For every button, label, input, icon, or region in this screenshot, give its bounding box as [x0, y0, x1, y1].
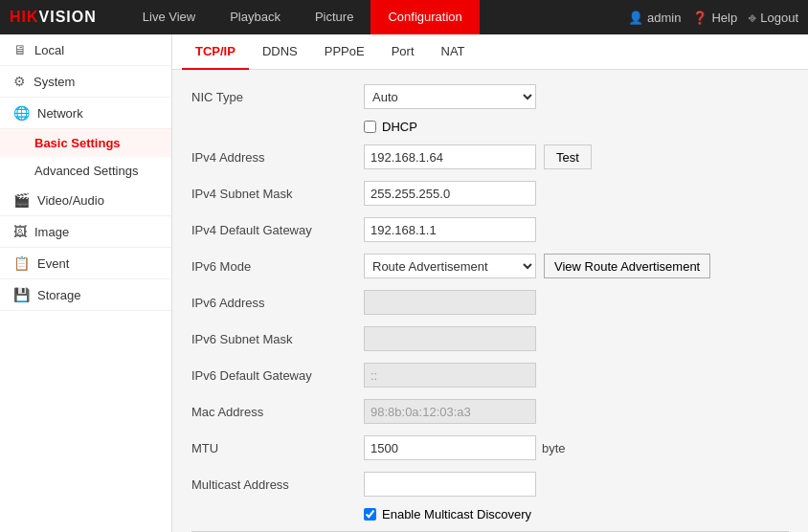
layout: 🖥 Local ⚙ System 🌐 Network Basic Setting…: [0, 34, 808, 532]
dhcp-row: DHCP: [191, 120, 789, 134]
mac-address-label: Mac Address: [191, 405, 364, 419]
nic-type-label: NIC Type: [191, 90, 364, 104]
tab-nat[interactable]: NAT: [428, 34, 479, 70]
nav-live-view[interactable]: Live View: [125, 0, 213, 34]
ipv6-subnet-row: IPv6 Subnet Mask: [191, 325, 789, 352]
ipv6-address-row: IPv6 Address: [191, 289, 789, 316]
tab-bar: TCP/IP DDNS PPPoE Port NAT: [172, 34, 808, 70]
ipv4-gateway-label: IPv4 Default Gateway: [191, 223, 364, 237]
sidebar-item-image[interactable]: 🖼 Image: [0, 216, 171, 248]
ipv4-address-row: IPv4 Address Test: [191, 144, 789, 170]
nav-picture[interactable]: Picture: [298, 0, 370, 34]
nav-right: 👤 admin ❓ Help ⎆ Logout: [628, 11, 798, 25]
ipv6-subnet-label: IPv6 Subnet Mask: [191, 332, 364, 346]
multicast-label: Multicast Address: [191, 477, 364, 492]
sidebar-item-event[interactable]: 📋 Event: [0, 248, 171, 279]
video-icon: 🎬: [13, 192, 30, 208]
local-icon: 🖥: [13, 42, 27, 57]
ipv6-mode-label: IPv6 Mode: [191, 259, 364, 274]
sidebar-item-network[interactable]: 🌐 Network: [0, 98, 171, 129]
mtu-label: MTU: [191, 441, 364, 455]
image-icon: 🖼: [13, 224, 27, 239]
main-content: TCP/IP DDNS PPPoE Port NAT NIC Type Auto…: [172, 34, 808, 532]
mtu-unit: byte: [542, 441, 566, 455]
top-navigation: HIKVISION Live View Playback Picture Con…: [0, 0, 808, 34]
ipv6-gateway-row: IPv6 Default Gateway: [191, 362, 789, 388]
form-area: NIC Type Auto 10M Half-dup 10M Full-dup …: [172, 70, 808, 532]
logout-link[interactable]: ⎆ Logout: [749, 11, 798, 25]
sidebar: 🖥 Local ⚙ System 🌐 Network Basic Setting…: [0, 34, 172, 532]
enable-multicast-row: Enable Multicast Discovery: [191, 507, 789, 521]
dhcp-checkbox[interactable]: [364, 121, 376, 133]
sidebar-item-system[interactable]: ⚙ System: [0, 66, 171, 98]
multicast-input[interactable]: [364, 472, 536, 497]
mac-address-row: Mac Address: [191, 398, 789, 425]
help-link[interactable]: ❓ Help: [692, 11, 737, 25]
dhcp-label[interactable]: DHCP: [382, 120, 417, 134]
multicast-row: Multicast Address: [191, 471, 789, 498]
sidebar-subitem-basic-settings[interactable]: Basic Settings: [0, 129, 171, 157]
ipv6-mode-select[interactable]: Route Advertisement DHCP Manual: [364, 254, 536, 278]
ipv4-address-label: IPv4 Address: [191, 150, 364, 165]
ipv6-subnet-input[interactable]: [364, 326, 536, 351]
ipv4-gateway-row: IPv4 Default Gateway: [191, 216, 789, 243]
mac-address-input: [364, 399, 536, 424]
admin-link[interactable]: 👤 admin: [628, 11, 681, 25]
tab-pppoe[interactable]: PPPoE: [311, 34, 378, 70]
ipv4-subnet-label: IPv4 Subnet Mask: [191, 187, 364, 201]
help-icon: ❓: [692, 11, 707, 25]
ipv6-mode-row: IPv6 Mode Route Advertisement DHCP Manua…: [191, 253, 789, 279]
ipv4-subnet-row: IPv4 Subnet Mask: [191, 180, 789, 207]
sidebar-item-storage[interactable]: 💾 Storage: [0, 279, 171, 311]
tab-tcpip[interactable]: TCP/IP: [182, 34, 249, 70]
logo: HIKVISION: [10, 9, 97, 26]
view-route-button[interactable]: View Route Advertisement: [544, 254, 710, 278]
sidebar-subitem-advanced-settings[interactable]: Advanced Settings: [0, 157, 171, 185]
ipv6-address-input[interactable]: [364, 290, 536, 315]
sidebar-item-video-audio[interactable]: 🎬 Video/Audio: [0, 185, 171, 216]
sidebar-item-local[interactable]: 🖥 Local: [0, 34, 171, 66]
mtu-input[interactable]: [364, 435, 536, 460]
ipv6-gateway-input[interactable]: [364, 363, 536, 388]
system-icon: ⚙: [13, 74, 26, 89]
tab-port[interactable]: Port: [378, 34, 428, 70]
nic-type-select[interactable]: Auto 10M Half-dup 10M Full-dup 100M Half…: [364, 84, 536, 109]
ipv6-gateway-label: IPv6 Default Gateway: [191, 368, 364, 383]
nav-configuration[interactable]: Configuration: [370, 0, 479, 34]
storage-icon: 💾: [13, 287, 30, 302]
network-icon: 🌐: [13, 105, 30, 121]
enable-multicast-label[interactable]: Enable Multicast Discovery: [382, 507, 531, 521]
enable-multicast-checkbox[interactable]: [364, 508, 376, 521]
user-icon: 👤: [628, 11, 643, 25]
tab-ddns[interactable]: DDNS: [249, 34, 311, 70]
event-icon: 📋: [13, 255, 30, 271]
nav-playback[interactable]: Playback: [213, 0, 298, 34]
ipv4-address-input[interactable]: [364, 144, 536, 169]
mtu-row: MTU byte: [191, 434, 789, 461]
nav-items: Live View Playback Picture Configuration: [125, 0, 628, 34]
ipv6-address-label: IPv6 Address: [191, 296, 364, 310]
ipv4-gateway-input[interactable]: [364, 217, 536, 242]
logout-icon: ⎆: [749, 11, 756, 25]
test-button[interactable]: Test: [544, 144, 592, 169]
nic-type-row: NIC Type Auto 10M Half-dup 10M Full-dup …: [191, 83, 789, 110]
ipv4-subnet-input[interactable]: [364, 181, 536, 206]
